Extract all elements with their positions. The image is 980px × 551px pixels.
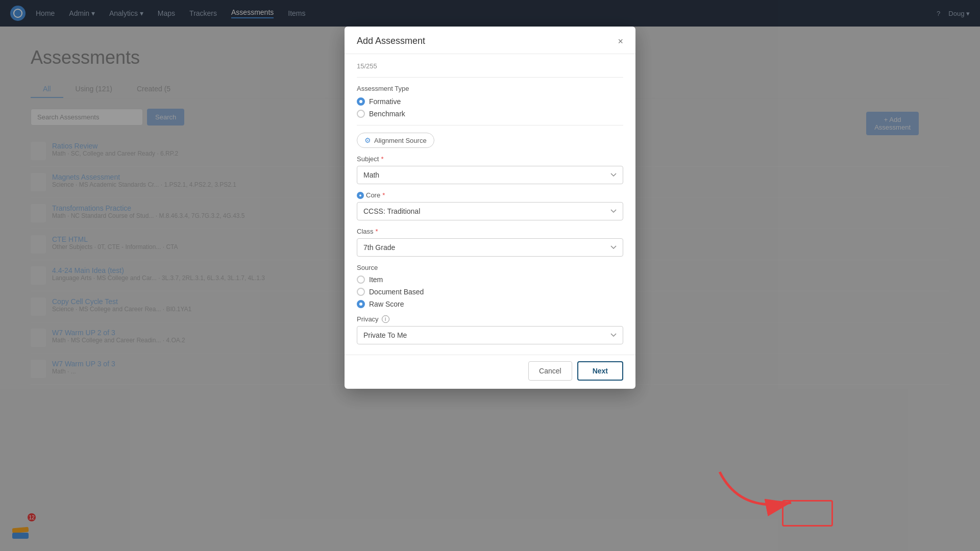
radio-raw-circle: [357, 300, 365, 308]
source-section: Source Item Document Based Raw Score: [357, 264, 623, 308]
core-label: ● Core *: [357, 191, 623, 199]
core-select[interactable]: CCSS: Traditional Common Core NC Standar…: [357, 202, 623, 220]
radio-formative-circle: [357, 97, 365, 106]
radio-item-circle: [357, 276, 365, 284]
radio-benchmark-circle: [357, 110, 365, 118]
radio-document-label: Document Based: [369, 288, 424, 296]
modal-header: Add Assessment ×: [345, 27, 635, 54]
cancel-button[interactable]: Cancel: [528, 361, 572, 381]
divider-2: [357, 125, 623, 126]
modal-body: 15/255 Assessment Type Formative Benchma…: [345, 54, 635, 355]
divider: [357, 77, 623, 78]
class-group: Class * 7th Grade 8th Grade 9th Grade: [357, 228, 623, 257]
radio-formative[interactable]: Formative: [357, 97, 623, 106]
core-group: ● Core * CCSS: Traditional Common Core N…: [357, 191, 623, 220]
next-button[interactable]: Next: [577, 361, 623, 381]
radio-raw-score[interactable]: Raw Score: [357, 300, 623, 308]
add-assessment-modal: Add Assessment × 15/255 Assessment Type …: [345, 27, 635, 389]
class-label: Class *: [357, 228, 623, 235]
class-required-star: *: [376, 228, 378, 235]
radio-raw-label: Raw Score: [369, 300, 404, 308]
privacy-label: Privacy i: [357, 315, 623, 323]
radio-benchmark-label: Benchmark: [369, 110, 405, 118]
alignment-btn-label: Alignment Source: [374, 137, 427, 144]
subject-select[interactable]: Math Science Language Arts Other Subject…: [357, 166, 623, 184]
assessment-type-label: Assessment Type: [357, 85, 623, 92]
char-count: 15/255: [357, 62, 623, 70]
radio-formative-label: Formative: [369, 97, 401, 106]
privacy-select[interactable]: Private To Me Public School Only: [357, 326, 623, 344]
subject-required-star: *: [381, 155, 383, 163]
core-icon: ●: [357, 192, 364, 199]
radio-item-label: Item: [369, 276, 383, 284]
source-label: Source: [357, 264, 623, 271]
info-icon[interactable]: i: [382, 315, 389, 323]
subject-label: Subject *: [357, 155, 623, 163]
class-select[interactable]: 7th Grade 8th Grade 9th Grade: [357, 238, 623, 257]
privacy-section: Privacy i Private To Me Public School On…: [357, 315, 623, 344]
modal-footer: Cancel Next: [345, 355, 635, 389]
modal-close-button[interactable]: ×: [618, 37, 623, 46]
subject-group: Subject * Math Science Language Arts Oth…: [357, 155, 623, 184]
core-required-star: *: [382, 191, 385, 199]
assessment-type-group: Formative Benchmark: [357, 97, 623, 118]
alignment-source-button[interactable]: ⚙ Alignment Source: [357, 133, 434, 148]
source-group: Item Document Based Raw Score: [357, 276, 623, 308]
radio-document-circle: [357, 288, 365, 296]
radio-document[interactable]: Document Based: [357, 288, 623, 296]
radio-item[interactable]: Item: [357, 276, 623, 284]
gear-icon: ⚙: [364, 136, 371, 144]
radio-benchmark[interactable]: Benchmark: [357, 110, 623, 118]
modal-title: Add Assessment: [357, 36, 425, 46]
